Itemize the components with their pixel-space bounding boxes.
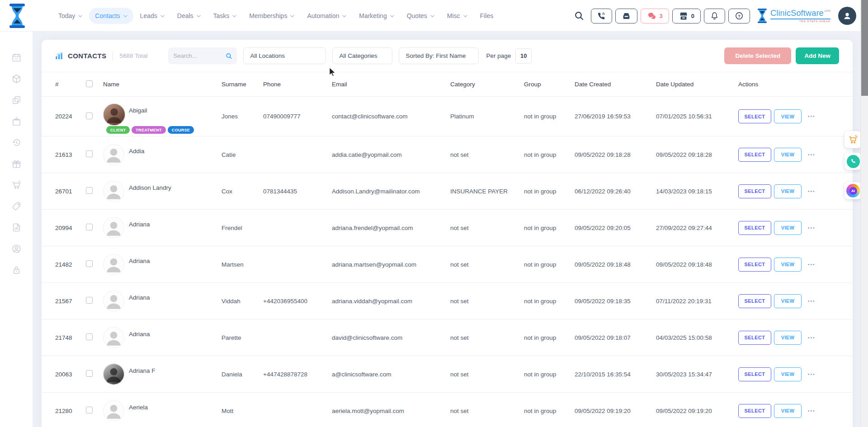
view-button[interactable]: VIEW [774, 404, 802, 418]
table-row: 21613AddiaCatieaddia.catie@yopmail.comno… [42, 136, 853, 173]
filter-select-all-locations[interactable]: All Locations [243, 47, 326, 64]
nav-item-contacts[interactable]: Contacts [89, 8, 133, 24]
sidebar-gifts-icon[interactable] [11, 159, 22, 169]
row-checkbox[interactable] [86, 407, 93, 413]
view-button[interactable]: VIEW [774, 184, 802, 198]
row-checkbox[interactable] [86, 187, 93, 194]
row-checkbox[interactable] [86, 150, 93, 157]
view-button[interactable]: VIEW [774, 258, 802, 272]
global-search-icon[interactable] [574, 11, 584, 21]
row-more-button[interactable]: ••• [808, 152, 816, 157]
view-button[interactable]: VIEW [774, 221, 802, 235]
search-icon[interactable] [226, 52, 232, 60]
view-button[interactable]: VIEW [774, 109, 802, 123]
row-checkbox[interactable] [86, 224, 93, 230]
per-page-input[interactable] [515, 48, 532, 64]
select-button[interactable]: SELECT [738, 148, 771, 162]
sidebar-calendar-icon[interactable]: 12 [11, 52, 22, 63]
avatar [103, 217, 124, 239]
cell-group: not in group [524, 151, 575, 158]
row-more-button[interactable]: ••• [808, 189, 816, 194]
search-input[interactable] [173, 52, 222, 59]
chat-count-badge: 3 [660, 13, 663, 19]
sidebar-vouchers-icon[interactable] [11, 201, 22, 211]
select-button[interactable]: SELECT [738, 258, 771, 272]
row-more-button[interactable]: ••• [808, 262, 816, 267]
sidebar-pages-icon[interactable] [11, 95, 22, 105]
cell-phone: 07490009777 [263, 113, 332, 120]
add-new-button[interactable]: Add New [796, 47, 839, 64]
avatar [103, 327, 124, 348]
row-more-button[interactable]: ••• [808, 372, 816, 377]
sidebar-packages-icon[interactable] [11, 74, 22, 84]
select-button[interactable]: SELECT [738, 404, 771, 418]
select-button[interactable]: SELECT [738, 184, 771, 198]
select-button[interactable]: SELECT [738, 294, 771, 308]
row-checkbox[interactable] [86, 113, 93, 119]
view-button[interactable]: VIEW [774, 148, 802, 162]
view-button[interactable]: VIEW [774, 294, 802, 308]
cell-date-created: 27/06/2019 16:59:53 [575, 113, 656, 120]
badge-client: CLIENT [106, 126, 130, 134]
select-all-checkbox[interactable] [86, 80, 93, 87]
store-button[interactable]: 0 [672, 9, 701, 23]
sidebar-account-icon[interactable] [11, 244, 22, 254]
column-header-surname: Surname [222, 81, 263, 88]
select-button[interactable]: SELECT [738, 221, 771, 235]
row-more-button[interactable]: ••• [808, 299, 816, 304]
cell-group: not in group [524, 113, 575, 120]
floating-ai-button[interactable]: AI [844, 182, 862, 199]
nav-item-automation[interactable]: Automation [301, 8, 352, 24]
brand-suffix: .com [824, 9, 830, 12]
nav-item-misc[interactable]: Misc [441, 8, 473, 24]
help-button[interactable]: ? [728, 9, 750, 23]
scrollbar-thumb[interactable] [861, 0, 868, 96]
row-checkbox[interactable] [86, 260, 93, 267]
sidebar-bookings-icon[interactable] [11, 116, 22, 127]
nav-item-files[interactable]: Files [474, 8, 500, 24]
page-scrollbar[interactable] [860, 0, 868, 427]
floating-cart-button[interactable] [844, 131, 862, 148]
row-checkbox[interactable] [86, 333, 93, 340]
select-button[interactable]: SELECT [738, 331, 771, 345]
nav-item-marketing[interactable]: Marketing [353, 8, 400, 24]
row-more-button[interactable]: ••• [808, 335, 816, 340]
view-button[interactable]: VIEW [774, 367, 802, 381]
row-more-button[interactable]: ••• [808, 225, 816, 230]
nav-item-memberships[interactable]: Memberships [243, 8, 300, 24]
cell-email: Addison.Landry@mailinator.com [332, 188, 450, 195]
nav-item-leads[interactable]: Leads [134, 8, 170, 24]
select-button[interactable]: SELECT [738, 367, 771, 381]
row-checkbox[interactable] [86, 297, 93, 304]
inbox-button[interactable] [615, 9, 637, 23]
nav-item-tasks[interactable]: Tasks [208, 8, 243, 24]
row-more-button[interactable]: ••• [808, 408, 816, 413]
notifications-button[interactable] [704, 9, 725, 23]
nav-item-today[interactable]: Today [52, 8, 88, 24]
avatar [103, 291, 124, 312]
contact-name: Addia [129, 148, 145, 155]
floating-whatsapp-button[interactable] [844, 153, 862, 170]
nav-item-quotes[interactable]: Quotes [401, 8, 440, 24]
row-more-button[interactable]: ••• [808, 114, 816, 119]
app-logo-hourglass-icon[interactable] [8, 4, 26, 28]
phone-button[interactable] [591, 9, 612, 23]
cell-id: 26701 [55, 188, 86, 195]
sidebar-reports-icon[interactable] [11, 222, 22, 233]
select-button[interactable]: SELECT [738, 109, 771, 123]
cell-category: not set [450, 225, 524, 231]
row-checkbox[interactable] [86, 370, 93, 377]
filter-select-all-categories[interactable]: All Categories [332, 47, 392, 64]
delete-selected-button[interactable]: Delete Selected [724, 47, 791, 64]
view-button[interactable]: VIEW [774, 331, 802, 345]
contact-name: Adriana [129, 294, 150, 301]
sidebar-security-icon[interactable] [11, 265, 22, 275]
cell-date-created: 09/05/2022 09:18:48 [575, 261, 656, 268]
contact-name: Adriana [129, 331, 150, 338]
chat-button[interactable]: 3 [641, 9, 669, 23]
sidebar-history-icon[interactable] [11, 137, 22, 148]
user-avatar[interactable] [838, 7, 856, 25]
sidebar-cart-icon[interactable] [11, 180, 22, 190]
nav-item-deals[interactable]: Deals [171, 8, 207, 24]
filter-select-sorted-by-first-name[interactable]: Sorted By: First Name [399, 47, 479, 64]
